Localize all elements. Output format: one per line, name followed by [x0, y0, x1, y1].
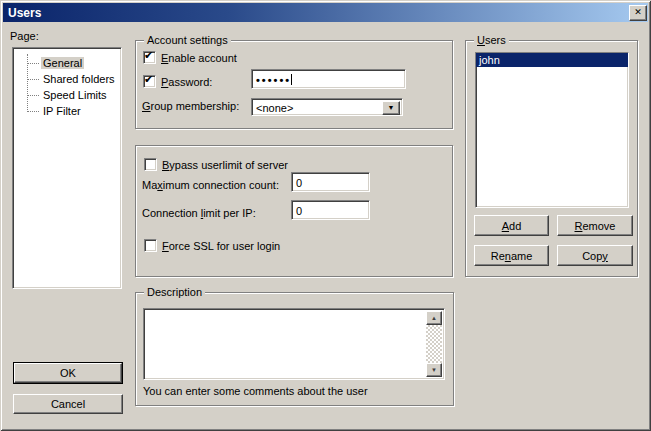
tree-item-label: General — [41, 57, 84, 69]
page-label: Page: — [10, 30, 39, 42]
tree-item-ip-filter[interactable]: IP Filter — [13, 103, 83, 119]
tree-stub — [27, 63, 39, 64]
users-group-title: Users — [474, 34, 509, 46]
cancel-button[interactable]: Cancel — [13, 394, 123, 414]
description-title: Description — [144, 286, 205, 298]
users-group: Users john Add Remove Rename Copy — [465, 40, 638, 277]
scrollbar-track[interactable] — [426, 325, 442, 363]
password-label: Password: — [161, 76, 212, 88]
tree-item-general[interactable]: General — [13, 55, 84, 71]
remove-button[interactable]: Remove — [557, 215, 633, 236]
account-settings-group: Account settings ✔ Enable account ✔ Pass… — [135, 40, 453, 129]
users-dialog: Users ✕ Page: General Shared folders Spe… — [0, 0, 651, 431]
rename-button[interactable]: Rename — [474, 245, 549, 266]
group-membership-label: Group membership: — [142, 100, 239, 112]
ok-button[interactable]: OK — [14, 363, 122, 383]
tree-stub — [27, 79, 39, 80]
tree-item-shared-folders[interactable]: Shared folders — [13, 71, 117, 87]
window-title: Users — [3, 6, 41, 20]
copy-button[interactable]: Copy — [557, 245, 633, 266]
tree-item-speed-limits[interactable]: Speed Limits — [13, 87, 109, 103]
title-bar[interactable]: Users — [3, 3, 648, 22]
connection-limit-per-ip-label: Connection limit per IP: — [142, 207, 256, 219]
description-group: Description ▲ ▼ You can enter some comme… — [135, 292, 454, 406]
connection-limit-per-ip-input[interactable]: 0 — [291, 200, 370, 220]
connection-limits-group: Bypass userlimit of server Maximum conne… — [135, 145, 453, 277]
password-input[interactable]: •••••• — [251, 69, 406, 89]
description-textarea[interactable]: ▲ ▼ — [143, 308, 445, 380]
page-tree[interactable]: General Shared folders Speed Limits IP F… — [12, 47, 122, 289]
tree-stub — [27, 111, 39, 112]
connection-limit-per-ip-value: 0 — [296, 202, 302, 220]
max-connection-count-value: 0 — [296, 174, 302, 192]
enable-account-checkbox[interactable]: ✔ — [143, 51, 156, 64]
tree-item-label: Speed Limits — [41, 89, 109, 101]
bypass-userlimit-checkbox[interactable] — [144, 158, 157, 171]
max-connection-count-label: Maximum connection count: — [142, 179, 279, 191]
users-listbox[interactable]: john — [475, 52, 629, 208]
text-caret — [291, 74, 292, 85]
force-ssl-label: Force SSL for user login — [162, 240, 280, 252]
enable-account-label: Enable account — [161, 52, 237, 64]
group-membership-select[interactable]: <none> ▼ — [251, 98, 403, 116]
force-ssl-checkbox[interactable] — [144, 239, 157, 252]
description-hint: You can enter some comments about the us… — [143, 385, 368, 397]
scroll-down-icon[interactable]: ▼ — [426, 363, 442, 377]
description-scrollbar[interactable]: ▲ ▼ — [426, 311, 442, 377]
group-membership-value: <none> — [256, 99, 293, 117]
max-connection-count-input[interactable]: 0 — [291, 172, 370, 192]
add-button[interactable]: Add — [474, 215, 549, 236]
list-item-john[interactable]: john — [476, 53, 628, 67]
ok-button-default-ring: OK — [13, 362, 123, 384]
check-icon: ✔ — [144, 49, 153, 62]
password-checkbox[interactable]: ✔ — [143, 75, 156, 88]
chevron-down-icon[interactable]: ▼ — [382, 101, 400, 115]
account-settings-title: Account settings — [144, 34, 231, 46]
tree-item-label: IP Filter — [41, 105, 83, 117]
scroll-up-icon[interactable]: ▲ — [426, 311, 442, 325]
check-icon: ✔ — [144, 73, 153, 86]
tree-item-label: Shared folders — [41, 73, 117, 85]
tree-stub — [27, 95, 39, 96]
close-icon[interactable]: ✕ — [629, 5, 647, 21]
bypass-userlimit-label: Bypass userlimit of server — [162, 159, 288, 171]
password-value: •••••• — [256, 74, 291, 86]
